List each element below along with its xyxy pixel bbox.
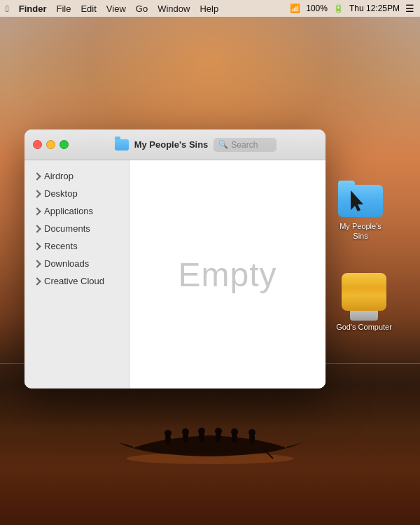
chevron-right-icon [33, 260, 41, 267]
view-menu[interactable]: View [106, 4, 126, 14]
window-menu[interactable]: Window [158, 4, 190, 14]
sidebar-item-applications[interactable]: Applications [24, 202, 129, 220]
chevron-right-icon [33, 190, 41, 197]
sidebar-item-downloads[interactable]: Downloads [24, 255, 129, 272]
sidebar-label-documents: Documents [44, 223, 90, 234]
help-menu[interactable]: Help [200, 4, 218, 14]
sidebar-item-documents[interactable]: Documents [24, 220, 129, 237]
folder-icon [338, 181, 383, 217]
finder-menu[interactable]: Finder [19, 4, 47, 14]
search-icon: 🔍 [218, 140, 228, 149]
wifi-icon: 📶 [290, 4, 300, 13]
battery-status: 100% [306, 4, 328, 13]
clock: Thu 12:25PM [349, 4, 400, 13]
finder-titlebar: My People's Sins 🔍 Search [24, 130, 326, 160]
desktop-icon-gods-computer[interactable]: God's Computer [336, 273, 392, 332]
search-box[interactable]: 🔍 Search [214, 138, 276, 152]
finder-sidebar: Airdrop Desktop Applications Documents R… [24, 160, 130, 388]
chevron-right-icon [33, 225, 41, 232]
search-input[interactable]: Search [231, 140, 258, 150]
finder-body: Airdrop Desktop Applications Documents R… [24, 160, 326, 388]
finder-window-title: My People's Sins [134, 139, 209, 150]
drive-connector [350, 311, 378, 321]
sidebar-item-creative-cloud[interactable]: Creative Cloud [24, 272, 129, 290]
svg-point-2 [164, 430, 172, 437]
sidebar-item-airdrop[interactable]: Airdrop [24, 167, 129, 185]
close-button[interactable] [33, 140, 42, 149]
sidebar-item-recents[interactable]: Recents [24, 237, 129, 255]
sidebar-label-desktop: Desktop [44, 188, 78, 199]
svg-marker-14 [351, 190, 363, 211]
apple-menu[interactable]:  [6, 4, 9, 14]
boat-scene [105, 392, 315, 476]
svg-point-8 [215, 428, 222, 435]
menubar:  Finder File Edit View Go Window Help 📶… [0, 0, 420, 17]
sidebar-label-recents: Recents [44, 241, 78, 251]
finder-title-area: My People's Sins 🔍 Search [74, 138, 317, 152]
chevron-right-icon [33, 242, 41, 250]
menubar-left:  Finder File Edit View Go Window Help [6, 4, 218, 14]
desktop-icon-my-peoples-sins[interactable]: My People's Sins [332, 181, 388, 241]
battery-icon: 🔋 [333, 4, 344, 13]
drive-icon [342, 273, 386, 318]
svg-point-10 [231, 428, 238, 435]
edit-menu[interactable]: Edit [80, 4, 96, 14]
sidebar-label-airdrop: Airdrop [44, 171, 74, 181]
traffic-lights [33, 140, 69, 149]
chevron-right-icon [33, 277, 41, 285]
go-menu[interactable]: Go [136, 4, 148, 14]
menubar-right: 📶 100% 🔋 Thu 12:25PM ☰ [290, 3, 414, 14]
sidebar-label-creative-cloud: Creative Cloud [44, 276, 104, 286]
desktop-icon-label-my-peoples-sins: My People's Sins [332, 221, 388, 241]
finder-content-area: Empty [130, 160, 326, 388]
finder-window: My People's Sins 🔍 Search Airdrop Deskto… [24, 130, 326, 388]
sidebar-label-applications: Applications [44, 206, 93, 216]
drive-body [342, 273, 386, 311]
chevron-right-icon [33, 172, 41, 180]
empty-folder-label: Empty [178, 255, 276, 294]
sidebar-label-downloads: Downloads [44, 258, 89, 269]
folder-body [338, 185, 383, 217]
svg-point-4 [182, 428, 189, 435]
menu-icon[interactable]: ☰ [405, 3, 414, 14]
file-menu[interactable]: File [56, 4, 71, 14]
chevron-right-icon [33, 207, 41, 215]
title-folder-icon [115, 139, 129, 150]
svg-point-12 [248, 429, 255, 436]
minimize-button[interactable] [46, 140, 55, 149]
sidebar-item-desktop[interactable]: Desktop [24, 185, 129, 202]
desktop-icon-label-gods-computer: God's Computer [336, 322, 392, 332]
maximize-button[interactable] [59, 140, 69, 149]
svg-point-6 [198, 428, 205, 435]
